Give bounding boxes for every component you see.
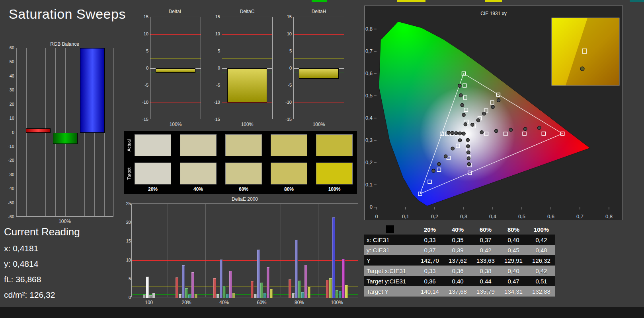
ref-line: [150, 34, 201, 35]
delta-bar: [156, 68, 195, 73]
table-col-header: 20%: [416, 224, 444, 235]
ref-line: [222, 58, 272, 58]
calibration-dashboard: Saturation Sweeps RGB Balance 6050403020…: [0, 0, 644, 318]
table-cell: 0,33: [416, 235, 444, 245]
target-swatch-row: [124, 163, 357, 184]
y-tick-label: 20: [118, 220, 131, 225]
table-cell: 0,40: [500, 266, 527, 276]
cie-measured-green: [464, 122, 467, 126]
measurement-table[interactable]: 20%40%60%80%100%x: CIE310,330,350,370,40…: [364, 224, 555, 297]
y-tick-label: 60: [2, 45, 14, 50]
ref-line: [150, 65, 201, 65]
ref-line: [150, 103, 201, 103]
deltaH-chart[interactable]: DeltaH 151050-5-10-15 100%: [281, 9, 348, 132]
cie-measured-blue: [458, 139, 461, 142]
deltae-bar: [179, 294, 181, 298]
deltae-bar: [185, 288, 188, 298]
top-tab-1[interactable]: [397, 0, 425, 2]
reading-fl: fL: 36,868: [4, 275, 80, 284]
table-row-label: Target x:CIE31: [364, 266, 416, 276]
table-row-label: y: CIE31: [364, 245, 416, 255]
cie-measured-green: [458, 84, 461, 87]
y-tick-label: -10: [279, 100, 292, 105]
cie-measured-yellow: [482, 112, 486, 115]
deltaE2000-chart[interactable]: DeltaE 2000 252015105010020%40%60%80%100…: [119, 196, 366, 312]
rgb-balance-chart[interactable]: RGB Balance 6050403020100-10-20-30-40-50…: [3, 40, 123, 227]
swatch-target-20%: [135, 163, 171, 184]
ref-line: [132, 260, 358, 261]
deltae-bar: [191, 272, 194, 298]
cie-measured-red: [538, 126, 541, 129]
y-tick-label: 5: [207, 48, 220, 53]
swatch-col-label: 60%: [225, 186, 262, 192]
actual-swatch-row: [124, 134, 357, 156]
cie-measured-yellow: [497, 99, 500, 102]
deltae-bar: [270, 289, 273, 298]
swatch-column-labels: 20%40%60%80%100%: [124, 186, 357, 193]
page-title: Saturation Sweeps: [9, 6, 126, 22]
cie-measured-magenta: [466, 151, 470, 154]
deltae-bar: [267, 267, 269, 298]
ref-line: [294, 34, 344, 35]
table-cell: 133,63: [472, 255, 500, 266]
cie-measured-yellow: [491, 105, 494, 109]
deltae-bar: [220, 260, 222, 298]
deltae-bar: [298, 281, 301, 298]
deltae-bar: [176, 277, 178, 298]
y-tick-label: 0: [2, 130, 14, 135]
table-cell: 135,79: [472, 286, 500, 297]
top-tab-0[interactable]: [312, 0, 327, 2]
legend-box: [386, 225, 394, 233]
cie-measured-green: [462, 113, 465, 116]
table-cell: 140,14: [416, 286, 444, 297]
deltaL-chart[interactable]: DeltaL 151050-5-10-15 100%: [137, 9, 205, 132]
y-tick-label: 10: [136, 31, 148, 36]
x-tick-label: 100%: [325, 300, 349, 305]
x-tick-label: 0,5: [518, 213, 525, 219]
deltae-bar: [251, 281, 254, 298]
cie-measured-magenta: [467, 163, 470, 166]
table-cell: 0,36: [416, 276, 444, 286]
chart-title: DeltaH: [293, 9, 344, 14]
color-swatch-comparison[interactable]: Actual Target 20%40%60%80%100%: [124, 131, 357, 194]
table-cell: 0,35: [444, 235, 472, 245]
y-tick-label: 0: [207, 66, 220, 70]
deltaE-plot: 252015105010020%40%60%80%100%: [131, 204, 358, 297]
rgb-balance-plot: 6050403020100-10-20-30-40-50-60: [16, 48, 113, 217]
y-tick-label: -5: [207, 83, 220, 87]
x-tick-label: 0,2: [431, 213, 438, 219]
ref-line: [294, 79, 344, 79]
table-col-header: 80%: [500, 224, 527, 235]
x-axis-label: 100%: [222, 122, 273, 127]
cie-measured-cyan: [462, 132, 465, 135]
ref-line: [150, 58, 201, 58]
y-tick-label: 0,4: [365, 115, 373, 121]
table-cell: 0,44: [472, 276, 500, 286]
top-tab-3[interactable]: [630, 0, 644, 2]
deltae-bar: [263, 293, 266, 298]
ref-line: [222, 103, 272, 103]
y-tick-label: -60: [2, 214, 14, 219]
ref-line: [222, 65, 272, 65]
table-cell: 0,45: [500, 245, 527, 255]
ref-line: [150, 79, 201, 79]
deltae-bar: [257, 250, 260, 298]
table-cell: 0,42: [472, 245, 500, 255]
x-tick-label: 0,8: [605, 213, 613, 219]
cie-measured-red: [509, 128, 512, 131]
grid-line: [318, 204, 318, 297]
y-tick-label: 0: [118, 295, 131, 300]
cie-measured-yellow: [471, 123, 474, 126]
chart-title: DeltaC: [222, 9, 273, 14]
cie-1931-chart[interactable]: 00,10,20,30,40,50,60,70,800,10,20,30,40,…: [364, 6, 623, 220]
y-tick-label: 0: [370, 204, 373, 210]
table-cell: 137,62: [444, 255, 472, 266]
deltae-bar: [289, 279, 291, 298]
deltaC-chart[interactable]: DeltaC 151050-5-10-15 100%: [209, 9, 277, 132]
table-cell: 142,70: [416, 255, 444, 266]
y-tick-label: 15: [279, 14, 292, 19]
y-tick-label: 15: [118, 238, 131, 243]
top-tab-2[interactable]: [485, 0, 502, 2]
table-cell: 0,42: [527, 266, 555, 276]
y-tick-label: 0,6: [365, 70, 373, 76]
